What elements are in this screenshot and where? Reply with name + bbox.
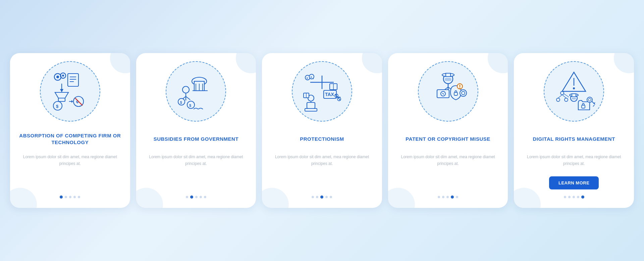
svg-point-67 bbox=[460, 90, 467, 96]
learn-more-button[interactable]: LEARN MORE bbox=[549, 176, 599, 189]
card-body-digital: Lorem ipsum dolor sit dim amet, mea regi… bbox=[521, 154, 627, 167]
svg-rect-55 bbox=[446, 73, 450, 77]
dot-1 bbox=[60, 195, 63, 199]
card-digital: DIGITAL RIGHTS MANAGEMENT Lorem ipsum do… bbox=[514, 53, 634, 208]
dot-1 bbox=[312, 196, 314, 198]
svg-marker-10 bbox=[55, 92, 68, 98]
dot-2 bbox=[568, 196, 571, 198]
card-absorption: $ ¢ ABSORPTION OF COMPETING FIRM OR TECH… bbox=[10, 53, 130, 208]
svg-line-80 bbox=[562, 95, 566, 98]
subsidies-icon: $ $ bbox=[174, 70, 218, 113]
svg-text:$: $ bbox=[189, 103, 191, 107]
svg-rect-50 bbox=[305, 108, 317, 111]
svg-rect-56 bbox=[445, 78, 451, 81]
card-title-subsidies: SUBSIDIES FROM GOVERNMENT bbox=[154, 129, 238, 149]
svg-line-79 bbox=[558, 95, 562, 98]
dot-3 bbox=[320, 195, 323, 199]
svg-point-83 bbox=[587, 97, 592, 102]
dot-5 bbox=[456, 196, 458, 198]
svg-point-66 bbox=[459, 88, 460, 89]
dot-5 bbox=[78, 196, 80, 198]
absorption-icon: $ ¢ bbox=[48, 70, 92, 113]
svg-text:$: $ bbox=[307, 77, 308, 80]
svg-point-77 bbox=[556, 98, 560, 101]
icon-area-patent bbox=[418, 61, 478, 122]
card-body-patent: Lorem ipsum dolor sit dim amet, mea regi… bbox=[395, 154, 501, 189]
svg-point-71 bbox=[573, 87, 575, 89]
dot-4 bbox=[73, 196, 76, 198]
svg-text:$: $ bbox=[56, 104, 59, 109]
dot-3 bbox=[573, 196, 575, 198]
protectionism-icon: $ $ TAX bbox=[300, 70, 344, 113]
svg-line-87 bbox=[593, 105, 594, 106]
dot-4 bbox=[200, 196, 202, 198]
dot-4 bbox=[577, 196, 579, 198]
icon-area-subsidies: $ $ bbox=[166, 61, 226, 122]
svg-marker-9 bbox=[60, 89, 63, 92]
card-title-protectionism: PROTECTIONISM bbox=[300, 129, 344, 149]
digital-icon bbox=[552, 70, 596, 113]
card-title-digital: DIGITAL RIGHTS MANAGEMENT bbox=[533, 129, 615, 149]
svg-rect-48 bbox=[307, 102, 315, 108]
svg-rect-75 bbox=[572, 98, 576, 99]
svg-rect-4 bbox=[68, 74, 78, 86]
svg-point-1 bbox=[56, 76, 59, 78]
dot-1 bbox=[564, 196, 566, 198]
card-title-absorption: ABSORPTION OF COMPETING FIRM OR TECHNOLO… bbox=[17, 129, 123, 149]
card-body-subsidies: Lorem ipsum dolor sit dim amet, mea regi… bbox=[143, 154, 250, 189]
svg-point-76 bbox=[560, 91, 564, 95]
svg-point-25 bbox=[182, 86, 189, 93]
icon-area-digital bbox=[544, 61, 604, 122]
card-body-protectionism: Lorem ipsum dolor sit dim amet, mea regi… bbox=[269, 154, 375, 189]
dot-2 bbox=[65, 196, 67, 198]
dot-2 bbox=[442, 196, 444, 198]
svg-point-78 bbox=[565, 98, 568, 101]
svg-rect-74 bbox=[572, 94, 576, 97]
dot-1 bbox=[438, 196, 440, 198]
patent-icon bbox=[426, 70, 470, 113]
dot-2 bbox=[316, 196, 318, 198]
dots-patent bbox=[438, 195, 458, 199]
card-protectionism: $ $ TAX bbox=[262, 53, 382, 208]
svg-point-3 bbox=[62, 75, 64, 77]
svg-line-28 bbox=[186, 96, 190, 100]
card-title-patent: PATENT OR COPYRIGHT MISUSE bbox=[406, 129, 490, 149]
svg-marker-18 bbox=[71, 100, 73, 103]
dot-4 bbox=[325, 196, 328, 198]
dot-3 bbox=[195, 196, 198, 198]
icon-area-absorption: $ ¢ bbox=[40, 61, 100, 122]
svg-text:$: $ bbox=[311, 76, 312, 79]
dots-digital bbox=[564, 195, 584, 199]
card-patent: PATENT OR COPYRIGHT MISUSE Lorem ipsum d… bbox=[388, 53, 508, 208]
card-body-absorption: Lorem ipsum dolor sit dim amet, mea regi… bbox=[17, 154, 123, 189]
dot-1 bbox=[186, 196, 188, 198]
dots-protectionism bbox=[312, 195, 332, 199]
svg-text:TAX: TAX bbox=[325, 92, 334, 97]
dot-5 bbox=[330, 196, 332, 198]
dot-4 bbox=[451, 195, 454, 199]
dot-3 bbox=[446, 196, 449, 198]
icon-area-protectionism: $ $ TAX bbox=[292, 61, 352, 122]
svg-text:$: $ bbox=[180, 101, 182, 104]
card-subsidies: $ $ SUBSIDIES FROM GOVERNMENT Lorem ipsu… bbox=[136, 53, 256, 208]
dot-5 bbox=[581, 195, 584, 199]
dot-2 bbox=[190, 195, 193, 199]
dots-subsidies bbox=[186, 195, 206, 199]
dot-3 bbox=[69, 196, 71, 198]
dots-absorption bbox=[60, 195, 80, 199]
svg-rect-11 bbox=[58, 98, 65, 101]
cards-container: $ ¢ ABSORPTION OF COMPETING FIRM OR TECH… bbox=[10, 53, 634, 208]
dot-5 bbox=[204, 196, 206, 198]
